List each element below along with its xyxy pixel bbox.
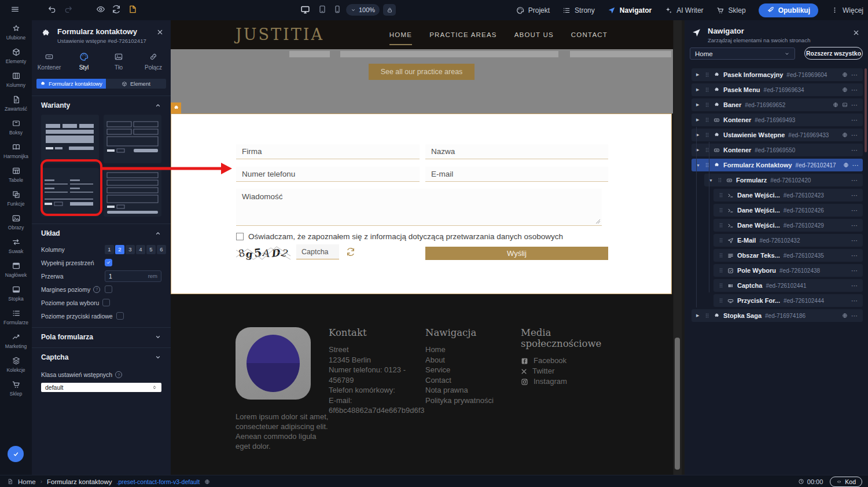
rail-item-harmonijka[interactable]: Harmonijka <box>0 139 32 163</box>
see-practice-areas-button[interactable]: See all our practice areas <box>369 64 475 80</box>
tree-row-formularz[interactable]: ▼ Formularz#ed-726102420 ⋯ <box>692 174 863 186</box>
refresh-icon[interactable] <box>112 5 121 14</box>
drag-handle-icon[interactable] <box>704 117 710 123</box>
tree-row-baner[interactable]: ▶ Baner#ed-716969652 ⋯ <box>692 98 863 111</box>
rail-item-elementy[interactable]: Elementy <box>0 44 32 68</box>
nav-home[interactable]: HOME <box>389 31 412 38</box>
row-menu-icon[interactable]: ⋯ <box>851 312 858 320</box>
row-menu-icon[interactable]: ⋯ <box>851 101 858 109</box>
row-menu-icon[interactable]: ⋯ <box>851 252 858 259</box>
segment-element[interactable]: Element <box>106 79 166 89</box>
variant-option-2[interactable] <box>104 115 161 163</box>
tree-row-stopka-saga[interactable]: ▶ Stopka Saga#ed-716974186 ⋯ <box>692 309 863 322</box>
firma-field[interactable]: Firma <box>236 144 420 159</box>
kolumny-1[interactable]: 1 <box>105 245 114 254</box>
section-pola-formularza[interactable]: Pola formularza <box>32 328 171 345</box>
section-warianty[interactable]: Warianty <box>32 96 171 113</box>
section-captcha[interactable]: Captcha <box>32 348 171 365</box>
margines-checkbox[interactable] <box>105 285 112 293</box>
globe-icon[interactable] <box>842 87 848 93</box>
tree-row-kontener-1[interactable]: ▶ Kontener#ed-716969493 ⋯ <box>692 113 863 126</box>
tree-row-dane-wejsciowe-2[interactable]: Dane Wejści...#ed-726102426 ⋯ <box>692 204 863 217</box>
expand-icon[interactable]: ▶ <box>696 313 701 318</box>
resize-handle[interactable] <box>595 219 601 224</box>
globe-icon[interactable] <box>833 102 838 108</box>
tab-polacz[interactable]: Połącz <box>136 50 171 73</box>
tree-row-dane-wejsciowe-3[interactable]: Dane Wejści...#ed-726102429 ⋯ <box>692 219 863 232</box>
poziome-pola-checkbox[interactable] <box>102 299 110 306</box>
tree-row-pole-wyboru[interactable]: Pole Wyboru#ed-726102438 ⋯ <box>692 264 863 277</box>
drag-handle-icon[interactable] <box>718 192 724 198</box>
tab-kontener[interactable]: Kontener <box>32 50 67 73</box>
nazwa-field[interactable]: Nazwa <box>425 144 608 159</box>
footer-link[interactable]: Nota prawna <box>425 385 512 396</box>
menu-icon[interactable] <box>10 5 20 14</box>
rail-item-boksy[interactable]: Boksy <box>0 115 32 139</box>
drag-handle-icon[interactable] <box>704 72 710 78</box>
wiadomosc-textarea[interactable]: Wiadomość <box>236 189 602 226</box>
help-icon[interactable]: ? <box>115 371 122 378</box>
redo-icon[interactable] <box>64 5 73 14</box>
rail-item-naglowek[interactable]: Nagłówek <box>0 258 32 281</box>
footer-link[interactable]: Service <box>425 365 512 375</box>
status-check-badge[interactable] <box>8 446 24 462</box>
drag-handle-icon[interactable] <box>704 147 710 153</box>
preset-class[interactable]: .preset-contact-form-v3-default <box>117 478 200 485</box>
drag-handle-icon[interactable] <box>717 177 723 183</box>
kolumny-3[interactable]: 3 <box>126 245 135 254</box>
footer-link[interactable]: Polityka prywatności <box>425 396 512 406</box>
tree-row-przycisk-formularza[interactable]: Przycisk For...#ed-726102444 ⋯ <box>692 294 863 307</box>
row-menu-icon[interactable]: ⋯ <box>851 282 858 290</box>
rail-item-kolekcje[interactable]: Kolekcje <box>0 353 32 376</box>
telefon-field[interactable]: Numer telefonu <box>236 167 420 182</box>
kolumny-5[interactable]: 5 <box>146 245 156 254</box>
section-uklad[interactable]: Układ <box>32 224 171 241</box>
zoom-control[interactable]: 100% <box>346 4 380 16</box>
tree-row-pasek-informacyjny[interactable]: ▶ Pasek Informacyjny#ed-716969604 ⋯ <box>692 68 863 81</box>
help-icon[interactable]: ? <box>93 286 100 293</box>
undo-icon[interactable] <box>47 5 57 14</box>
globe-icon[interactable] <box>842 132 848 138</box>
publish-button[interactable]: Opublikuj <box>759 3 818 17</box>
tree-row-kontener-2[interactable]: ▶ Kontener#ed-716969550 ⋯ <box>692 144 863 156</box>
drag-handle-icon[interactable] <box>704 313 710 318</box>
tree-row-formularz-kontaktowy-selected[interactable]: ▼ Formularz Kontaktowy#ed-726102417 ⋯ <box>692 159 863 171</box>
expand-icon[interactable]: ▶ <box>696 87 701 92</box>
code-button[interactable]: Kod <box>830 477 862 487</box>
footer-link[interactable]: Home <box>425 345 512 355</box>
row-menu-icon[interactable]: ⋯ <box>851 131 858 139</box>
tree-row-dane-wejsciowe-1[interactable]: Dane Wejści...#ed-726102423 ⋯ <box>692 189 863 202</box>
row-menu-icon[interactable]: ⋯ <box>851 177 858 184</box>
footer-link[interactable]: About <box>425 355 512 365</box>
captcha-input[interactable]: Captcha <box>296 244 339 259</box>
drag-handle-icon[interactable] <box>718 207 724 213</box>
rail-item-funkcje[interactable]: Funkcje <box>0 186 32 210</box>
drag-handle-icon[interactable] <box>704 87 710 93</box>
selected-element-tag[interactable] <box>171 102 181 113</box>
close-icon[interactable] <box>852 29 860 36</box>
social-instagram[interactable]: Instagram <box>521 376 625 387</box>
row-menu-icon[interactable]: ⋯ <box>852 162 859 169</box>
rail-item-kolumny[interactable]: Kolumny <box>0 68 32 91</box>
nav-contact[interactable]: CONTACT <box>571 31 608 38</box>
wypelnij-checkbox[interactable] <box>105 259 112 266</box>
collapse-icon[interactable]: ▼ <box>696 163 701 167</box>
globe-icon[interactable] <box>843 162 849 168</box>
sklep-button[interactable]: Sklep <box>716 6 746 14</box>
navigator-scrollbar-thumb[interactable] <box>865 68 867 152</box>
rail-item-marketing[interactable]: Marketing <box>0 329 32 353</box>
nav-practice-areas[interactable]: PRACTICE AREAS <box>429 31 497 38</box>
row-menu-icon[interactable]: ⋯ <box>851 71 858 79</box>
row-menu-icon[interactable]: ⋯ <box>851 222 858 229</box>
tab-tlo[interactable]: Tło <box>101 50 136 73</box>
tab-styl[interactable]: Styl <box>67 50 101 73</box>
row-menu-icon[interactable]: ⋯ <box>851 237 858 244</box>
rail-item-obrazy[interactable]: Obrazy <box>0 210 32 234</box>
footer-link[interactable]: Contact <box>425 375 512 386</box>
tree-row-captcha[interactable]: Captcha#ed-726102441 ⋯ <box>692 279 863 292</box>
device-desktop-icon[interactable] <box>300 5 310 14</box>
canvas-scrollbar[interactable] <box>674 20 682 475</box>
navigator-button[interactable]: Navigator <box>608 6 652 14</box>
expand-icon[interactable]: ▶ <box>696 148 701 152</box>
variant-option-3-selected[interactable] <box>41 168 99 217</box>
